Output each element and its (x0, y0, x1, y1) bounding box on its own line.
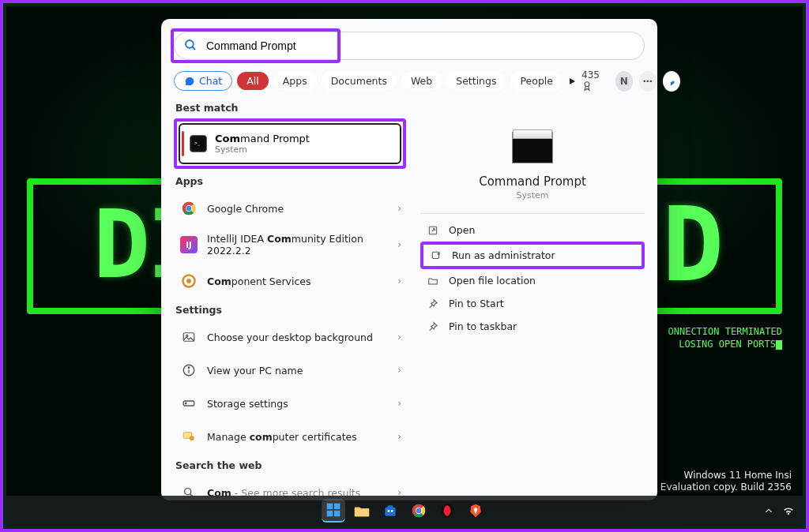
wifi-icon[interactable] (782, 505, 795, 516)
intellij-icon: IJ (180, 236, 198, 253)
group-settings: Settings (175, 304, 406, 316)
group-search-web: Search the web (175, 459, 406, 471)
result-command-prompt[interactable]: >_ Command Prompt System (179, 123, 401, 164)
svg-point-20 (190, 436, 194, 440)
svg-point-18 (186, 403, 187, 404)
best-match-title: Command Prompt (215, 133, 310, 144)
group-best-match: Best match (175, 102, 406, 114)
highlight-run-admin: Run as administrator (420, 242, 645, 269)
svg-rect-28 (334, 511, 341, 517)
open-icon (427, 225, 439, 236)
search-icon (183, 38, 198, 52)
taskbar-opera[interactable] (435, 499, 459, 523)
pin-icon (427, 321, 439, 332)
wallpaper-terminal-text: ONNECTION TERMINATED LOSING OPEN PORTS (668, 325, 783, 350)
account-avatar[interactable]: N (615, 71, 633, 92)
svg-rect-24 (432, 252, 438, 258)
svg-point-39 (444, 505, 450, 515)
taskbar-explorer[interactable] (350, 499, 374, 523)
svg-rect-32 (391, 510, 393, 512)
more-filters-button[interactable] (567, 71, 577, 92)
svg-rect-26 (334, 504, 341, 510)
chevron-up-icon[interactable] (763, 505, 774, 516)
taskbar-chrome[interactable] (407, 499, 431, 523)
preview-pane: Command Prompt System Open Run as admini… (412, 100, 657, 500)
group-apps: Apps (175, 175, 406, 187)
system-tray[interactable] (763, 496, 795, 526)
tab-people[interactable]: People (510, 72, 563, 90)
result-pc-name[interactable]: View your PC name › (174, 354, 406, 387)
tab-chat[interactable]: Chat (174, 71, 232, 91)
chevron-right-icon: › (397, 203, 401, 214)
windows-watermark: Windows 11 Home Insi Evaluation copy. Bu… (660, 470, 792, 494)
result-desktop-background[interactable]: Choose your desktop background › (174, 320, 406, 354)
svg-rect-31 (388, 510, 390, 512)
svg-rect-30 (388, 505, 393, 508)
chevron-right-icon: › (397, 275, 401, 287)
preview-subtitle: System (420, 190, 645, 200)
bing-button[interactable] (663, 71, 680, 92)
start-button[interactable] (322, 499, 345, 523)
command-prompt-icon: >_ (190, 135, 207, 152)
result-component-services[interactable]: Component Services › (174, 264, 406, 298)
svg-text:>_: >_ (194, 140, 200, 146)
action-pin-to-taskbar[interactable]: Pin to taskbar (420, 315, 645, 338)
tab-documents[interactable]: Documents (322, 72, 397, 90)
best-match-subtitle: System (215, 144, 310, 155)
svg-point-9 (186, 206, 192, 212)
picture-icon (180, 328, 198, 346)
result-google-chrome[interactable]: Google Chrome › (174, 192, 406, 225)
start-search-panel: Chat All Apps Documents Web Settings Peo… (161, 19, 657, 500)
svg-point-37 (416, 508, 422, 514)
svg-rect-25 (327, 504, 333, 510)
more-options-button[interactable]: ⋯ (639, 71, 657, 92)
svg-point-11 (186, 279, 191, 283)
component-services-icon (180, 272, 198, 290)
tab-all[interactable]: All (237, 72, 269, 90)
folder-icon (427, 275, 439, 287)
chevron-right-icon: › (397, 365, 401, 376)
result-storage[interactable]: Storage settings › (174, 387, 406, 420)
svg-point-2 (585, 82, 589, 87)
chrome-icon (180, 200, 198, 217)
info-icon (180, 362, 198, 379)
preview-title: Command Prompt (420, 174, 645, 189)
highlight-best-match: >_ Command Prompt System (174, 118, 406, 169)
chevron-right-icon: › (397, 398, 401, 409)
certificate-icon (180, 428, 198, 445)
chevron-right-icon: › (397, 332, 401, 343)
wallpaper-text-right: D (662, 185, 724, 305)
svg-point-0 (186, 40, 194, 48)
storage-icon (180, 395, 198, 412)
action-run-as-administrator[interactable]: Run as administrator (423, 245, 642, 266)
search-input[interactable] (174, 32, 645, 60)
chevron-right-icon: › (397, 431, 401, 442)
action-pin-to-start[interactable]: Pin to Start (420, 292, 645, 315)
svg-rect-27 (327, 511, 333, 517)
chevron-right-icon: › (397, 239, 401, 250)
command-prompt-preview-icon (512, 132, 553, 163)
pin-icon (427, 298, 439, 309)
svg-line-1 (192, 47, 195, 50)
taskbar-store[interactable] (378, 499, 402, 523)
rewards-count[interactable]: 435 (581, 69, 609, 92)
tab-apps[interactable]: Apps (273, 72, 317, 90)
result-intellij[interactable]: IJ IntelliJ IDEA Community Edition 2022.… (174, 225, 406, 264)
result-certificates[interactable]: Manage computer certificates › (174, 420, 406, 453)
taskbar-brave[interactable] (464, 499, 487, 523)
taskbar (6, 496, 803, 526)
action-open[interactable]: Open (420, 219, 645, 242)
tab-web[interactable]: Web (401, 72, 442, 90)
tab-settings[interactable]: Settings (446, 72, 506, 90)
search-filter-tabs: Chat All Apps Documents Web Settings Peo… (174, 69, 645, 92)
action-open-file-location[interactable]: Open file location (420, 269, 645, 292)
shield-icon (430, 250, 442, 261)
svg-point-16 (188, 367, 190, 369)
svg-point-21 (185, 489, 191, 495)
